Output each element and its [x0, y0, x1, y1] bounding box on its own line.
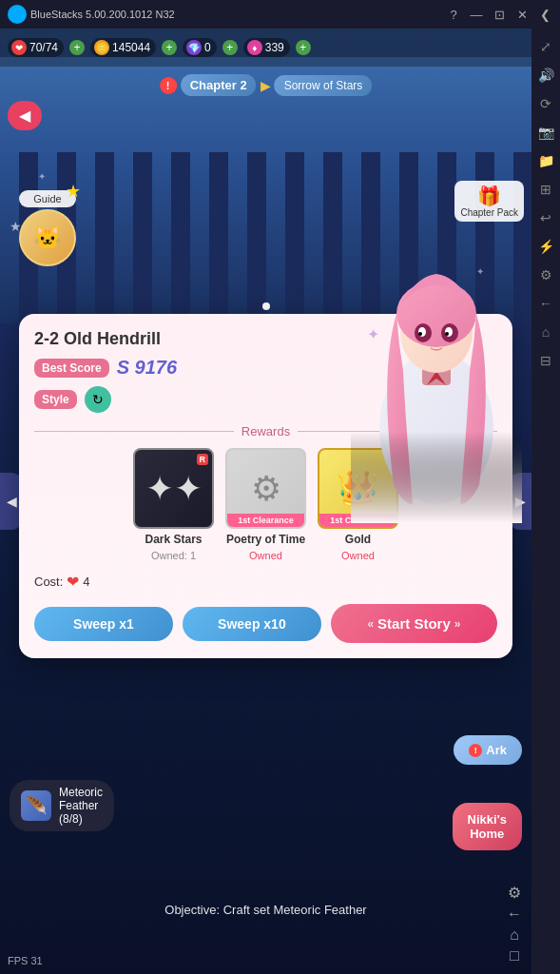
- cost-amount: 4: [83, 575, 89, 589]
- scroll-indicator: [262, 302, 270, 310]
- diamonds-add-button[interactable]: +: [296, 40, 311, 55]
- nikkis-home-label: Nikki'sHome: [468, 812, 507, 841]
- sparkle-decoration-1: ✦: [38, 171, 46, 182]
- bluestacks-bar: BlueStacks 5.00.200.1012 N32 ? — ⊡ ✕ ❮: [0, 0, 560, 29]
- btn-left-arrows: «: [367, 617, 374, 631]
- ark-label: Ark: [486, 743, 507, 757]
- minimize-btn[interactable]: —: [469, 8, 484, 22]
- diamond-icon: ♦: [247, 40, 262, 55]
- style-badge: Style: [34, 390, 77, 409]
- help-btn[interactable]: ?: [446, 8, 461, 22]
- best-score-badge: Best Score: [34, 359, 109, 378]
- dark-stars-name: Dark Stars: [145, 533, 202, 546]
- meteoric-feather-count: (8/8): [59, 812, 103, 826]
- objective-text: Objective: Craft set Meteoric Feather: [164, 903, 366, 917]
- bluestacks-title: BlueStacks 5.00.200.1012 N32: [30, 9, 446, 20]
- gear-icon: ⚙: [251, 469, 281, 509]
- back-bottom-icon[interactable]: ←: [507, 906, 522, 923]
- home-bottom-icon[interactable]: ⌂: [507, 926, 522, 944]
- top-hud: ❤ 70/74 + 🪙 145044 + 💎 0 + ♦ 339 +: [0, 29, 531, 67]
- coins-add-button[interactable]: +: [162, 40, 177, 55]
- performance-icon[interactable]: ⚡: [535, 236, 556, 257]
- camera-icon[interactable]: 📷: [535, 122, 556, 143]
- rotate-icon[interactable]: ⟳: [535, 93, 556, 114]
- back-nav-icon[interactable]: ←: [535, 293, 556, 314]
- cost-row: Cost: ❤ 4: [34, 573, 497, 591]
- poetry-card[interactable]: ⚙ 1st Clearance: [225, 448, 306, 529]
- dark-stars-card[interactable]: R ✦✦: [133, 448, 214, 529]
- poetry-owned: Owned: [249, 550, 282, 561]
- layers-icon[interactable]: ⊞: [535, 179, 556, 200]
- game-area: ❤ 70/74 + 🪙 145044 + 💎 0 + ♦ 339 + ! Cha…: [0, 29, 531, 974]
- coins-display: 🪙 145044: [90, 38, 156, 57]
- diamonds-display: ♦ 339: [243, 38, 290, 57]
- bottom-nav-icons: ⚙ ← ⌂ □: [507, 884, 522, 964]
- recent-nav-icon[interactable]: ⊟: [535, 350, 556, 371]
- recent-bottom-icon[interactable]: □: [507, 947, 522, 964]
- close-btn[interactable]: ✕: [514, 8, 530, 22]
- gems-value: 0: [204, 41, 211, 54]
- guide-avatar[interactable]: 🐱: [19, 209, 76, 266]
- gem-icon: 💎: [186, 40, 202, 55]
- maximize-btn[interactable]: ⊡: [492, 8, 507, 22]
- fps-counter: FPS 31: [8, 955, 43, 966]
- health-display: ❤ 70/74: [8, 38, 64, 57]
- stage-popup: 2-2 Old Hendrill ✦ Best Score S 9176 Sty…: [19, 314, 512, 658]
- meteoric-feather-text: MeteoricFeather (8/8): [59, 786, 103, 826]
- folder-icon[interactable]: 📁: [535, 150, 556, 171]
- reward-item-poetry: ⚙ 1st Clearance Poetry of Time Owned: [225, 448, 306, 561]
- chapter-tag[interactable]: Chapter 2: [181, 74, 257, 96]
- settings-bottom-icon[interactable]: ⚙: [507, 884, 522, 902]
- gems-add-button[interactable]: +: [222, 40, 238, 55]
- start-story-button[interactable]: « Start Story »: [331, 604, 497, 643]
- sweep-x1-button[interactable]: Sweep x1: [34, 607, 173, 641]
- chapter-pack-label: Chapter Pack: [460, 207, 518, 218]
- alert-icon: !: [160, 77, 177, 94]
- poetry-name: Poetry of Time: [226, 533, 305, 546]
- character-art: [351, 219, 522, 523]
- meteoric-feather-label: MeteoricFeather: [59, 786, 103, 812]
- sorrow-tag[interactable]: Sorrow of Stars: [275, 75, 373, 96]
- chapter-arrow-icon: ▶: [261, 78, 271, 93]
- rarity-badge: R: [197, 454, 209, 465]
- cost-label: Cost:: [34, 575, 63, 589]
- chapter-pack-button[interactable]: 🎁 Chapter Pack: [454, 181, 524, 222]
- coins-value: 145044: [112, 41, 150, 54]
- health-add-button[interactable]: +: [69, 40, 85, 55]
- svg-rect-12: [351, 219, 522, 523]
- meteoric-feather-icon: 🪶: [21, 790, 51, 821]
- volume-icon[interactable]: 🔊: [535, 65, 556, 86]
- action-row: Sweep x1 Sweep x10 « Start Story »: [34, 604, 497, 643]
- fps-value: FPS 31: [8, 955, 43, 966]
- style-icon[interactable]: ↻: [85, 386, 111, 413]
- gold-owned: Owned: [341, 550, 375, 561]
- score-value: S 9176: [117, 357, 177, 379]
- dark-stars-owned: Owned: 1: [151, 550, 196, 561]
- back-button[interactable]: ◀: [8, 101, 42, 130]
- btn-right-arrows: »: [454, 617, 461, 631]
- ark-alert-icon: !: [469, 744, 482, 757]
- rewards-label: Rewards: [241, 424, 290, 438]
- poetry-clearance-badge: 1st Clearance: [227, 514, 304, 527]
- chapter-banner: ! Chapter 2 ▶ Sorrow of Stars: [160, 74, 373, 96]
- nikkis-home-button[interactable]: Nikki'sHome: [453, 803, 522, 850]
- start-story-label: Start Story: [377, 615, 451, 632]
- bluestacks-controls: ? — ⊡ ✕ ❮: [446, 8, 552, 22]
- fullscreen-icon[interactable]: ⤢: [535, 36, 556, 57]
- home-nav-icon[interactable]: ⌂: [535, 321, 556, 342]
- meteoric-feather-item[interactable]: 🪶 MeteoricFeather (8/8): [10, 780, 114, 831]
- reward-item-dark-stars: R ✦✦ Dark Stars Owned: 1: [133, 448, 214, 561]
- health-value: 70/74: [29, 41, 58, 54]
- cost-heart-icon: ❤: [67, 573, 79, 591]
- right-sidebar: ⤢ 🔊 ⟳ 📷 📁 ⊞ ↩ ⚡ ⚙ ← ⌂ ⊟: [531, 29, 560, 974]
- coin-icon: 🪙: [94, 40, 109, 55]
- heart-icon: ❤: [11, 40, 27, 55]
- sidebar-toggle-btn[interactable]: ❮: [537, 8, 552, 22]
- ark-button[interactable]: ! Ark: [454, 735, 522, 765]
- refresh-icon[interactable]: ↩: [535, 207, 556, 228]
- gems-display: 💎 0: [183, 38, 217, 57]
- dark-stars-icon: ✦✦: [145, 469, 203, 509]
- gold-name: Gold: [345, 533, 371, 546]
- sweep-x10-button[interactable]: Sweep x10: [183, 607, 321, 641]
- settings-icon[interactable]: ⚙: [535, 264, 556, 285]
